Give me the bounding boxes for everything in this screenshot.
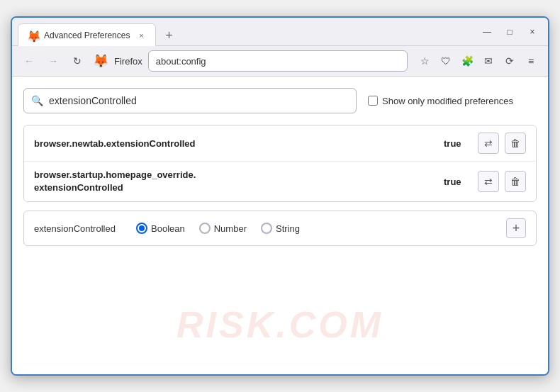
page-content: RISK.COM 🔍 Show only modified preference…	[12, 77, 548, 374]
search-input[interactable]	[49, 95, 349, 106]
radio-boolean-label: Boolean	[151, 223, 185, 234]
toggle-icon-2: ⇄	[484, 176, 493, 187]
nav-bar: ← → ↻ 🦊 Firefox about:config ☆ 🛡 🧩 ✉ ⟳ ≡	[12, 46, 548, 77]
tab-close-button[interactable]: ×	[135, 30, 147, 41]
pref-name-2-line1: browser.startup.homepage_override.	[34, 169, 196, 180]
pref-actions-1: ⇄ 🗑	[478, 133, 526, 154]
pref-name-1: browser.newtab.extensionControlled	[34, 138, 444, 149]
synced-icon[interactable]: ⟳	[500, 51, 520, 71]
pref-value-1: true	[444, 138, 469, 149]
toggle-button-1[interactable]: ⇄	[478, 133, 499, 154]
search-row: 🔍 Show only modified preferences	[23, 88, 537, 113]
pref-search-box[interactable]: 🔍	[23, 88, 357, 113]
radio-boolean[interactable]: Boolean	[136, 223, 185, 234]
active-tab[interactable]: 🦊 Advanced Preferences ×	[18, 23, 156, 46]
type-radio-group: Boolean Number String	[136, 223, 489, 234]
refresh-button[interactable]: ↻	[67, 51, 87, 71]
address-text: about:config	[156, 56, 206, 67]
add-pref-button[interactable]: +	[506, 218, 526, 238]
new-tab-button[interactable]: +	[159, 26, 179, 45]
nav-icons: ☆ 🛡 🧩 ✉ ⟳ ≡	[415, 51, 541, 71]
delete-icon-2: 🗑	[510, 176, 520, 187]
tab-area: 🦊 Advanced Preferences × +	[18, 18, 471, 45]
address-bar[interactable]: about:config	[148, 50, 408, 72]
table-row: browser.newtab.extensionControlled true …	[24, 125, 536, 162]
table-row: browser.startup.homepage_override. exten…	[24, 162, 536, 201]
radio-string-label: String	[276, 223, 300, 234]
tab-title: Advanced Preferences	[44, 30, 130, 40]
show-modified-option: Show only modified preferences	[368, 96, 513, 106]
delete-button-2[interactable]: 🗑	[505, 171, 526, 192]
maximize-button[interactable]: □	[500, 22, 520, 42]
new-pref-name: extensionControlled	[34, 223, 119, 234]
back-button[interactable]: ←	[19, 51, 39, 71]
title-bar: 🦊 Advanced Preferences × + — □ ×	[12, 18, 548, 46]
radio-string[interactable]: String	[261, 223, 300, 234]
browser-window: 🦊 Advanced Preferences × + — □ × ← → ↻ 🦊…	[11, 16, 549, 376]
radio-boolean-circle	[136, 223, 147, 234]
search-icon: 🔍	[31, 95, 43, 106]
show-modified-checkbox[interactable]	[368, 96, 378, 106]
forward-button[interactable]: →	[43, 51, 63, 71]
close-button[interactable]: ×	[522, 22, 542, 42]
radio-string-circle	[261, 223, 272, 234]
minimize-button[interactable]: —	[477, 22, 497, 42]
toggle-button-2[interactable]: ⇄	[478, 171, 499, 192]
extension-icon[interactable]: 🧩	[457, 51, 477, 71]
radio-number-label: Number	[214, 223, 247, 234]
pref-value-2: true	[444, 177, 469, 187]
window-controls: — □ ×	[477, 22, 542, 42]
toggle-icon-1: ⇄	[484, 138, 493, 149]
radio-number-circle	[199, 223, 211, 234]
delete-icon-1: 🗑	[510, 138, 520, 149]
watermark: RISK.COM	[177, 303, 383, 346]
pref-name-2-line2: extensionControlled	[34, 182, 123, 193]
pref-actions-2: ⇄ 🗑	[478, 171, 526, 192]
profile-icon[interactable]: ✉	[478, 51, 498, 71]
bookmark-icon[interactable]: ☆	[415, 51, 435, 71]
new-pref-row: extensionControlled Boolean Number Strin…	[23, 211, 537, 246]
menu-button[interactable]: ≡	[521, 51, 541, 71]
pref-table: browser.newtab.extensionControlled true …	[23, 125, 537, 202]
shield-icon[interactable]: 🛡	[436, 51, 456, 71]
firefox-label: Firefox	[114, 56, 142, 67]
pref-name-2: browser.startup.homepage_override. exten…	[34, 169, 444, 194]
firefox-icon: 🦊	[93, 53, 108, 69]
delete-button-1[interactable]: 🗑	[505, 133, 526, 154]
tab-favicon: 🦊	[27, 30, 38, 41]
show-modified-label[interactable]: Show only modified preferences	[382, 96, 513, 106]
radio-number[interactable]: Number	[199, 223, 247, 234]
